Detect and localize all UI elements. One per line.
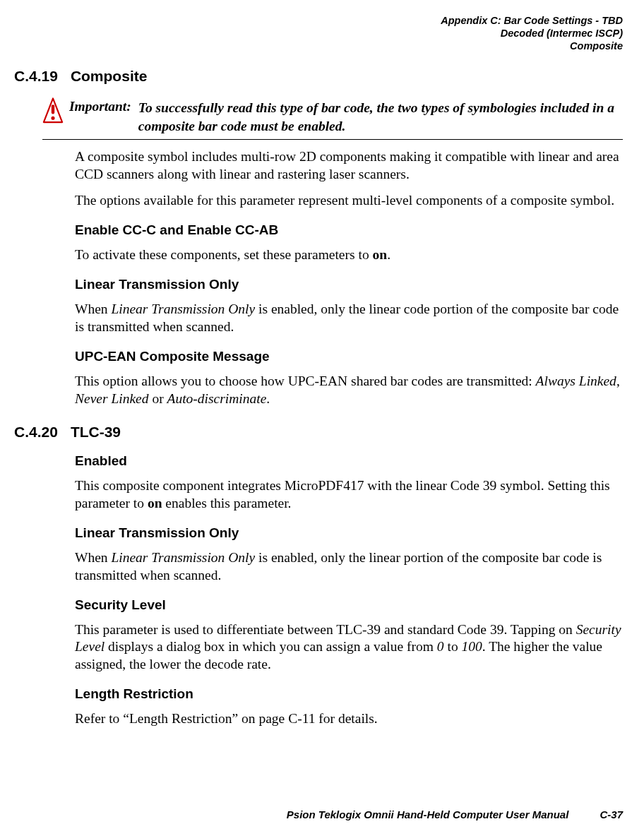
subheading-security-level: Security Level (75, 597, 623, 613)
svg-point-2 (51, 117, 54, 120)
paragraph: The options available for this parameter… (75, 192, 623, 210)
text: or (149, 391, 167, 406)
subheading-length-restriction: Length Restriction (75, 686, 623, 702)
text: , (616, 374, 620, 388)
svg-rect-1 (52, 105, 54, 114)
body-composite: A composite symbol includes multi-row 2D… (75, 148, 623, 408)
paragraph: This option allows you to choose how UPC… (75, 373, 623, 408)
header-line: Composite (14, 40, 623, 52)
text-italic: Linear Transmission Only (111, 301, 255, 316)
text: displays a dialog box in which you can a… (105, 639, 437, 654)
page-footer: Psion Teklogix Omnii Hand-Held Computer … (287, 808, 623, 820)
text: . (266, 391, 270, 406)
subheading-upc-ean: UPC-EAN Composite Message (75, 349, 623, 364)
section-title: Composite (71, 68, 148, 84)
text-italic: 0 (437, 639, 444, 654)
subheading-linear-transmission: Linear Transmission Only (75, 277, 623, 292)
text: enables this parameter. (162, 496, 291, 510)
text: This option allows you to choose how UPC… (75, 374, 536, 388)
section-heading-tlc39: C.4.20TLC-39 (14, 424, 623, 441)
text: When (75, 301, 111, 316)
callout-text: To successfully read this type of bar co… (138, 99, 623, 135)
text: . (387, 247, 390, 262)
important-callout: Important: To successfully read this typ… (42, 97, 623, 140)
header-line: Decoded (Intermec ISCP) (14, 27, 623, 40)
header-line: Appendix C: Bar Code Settings - TBD (14, 14, 623, 27)
running-header: Appendix C: Bar Code Settings - TBD Deco… (14, 14, 623, 52)
section-title: TLC-39 (71, 424, 121, 440)
text-italic: Always Linked (536, 374, 616, 388)
text-bold: on (373, 247, 388, 262)
body-tlc39: Enabled This composite component integra… (75, 453, 623, 729)
paragraph: To activate these components, set these … (75, 246, 623, 264)
paragraph: A composite symbol includes multi-row 2D… (75, 148, 623, 184)
text: This parameter is used to differentiate … (75, 622, 576, 637)
text-italic: Auto-discriminate (167, 391, 267, 406)
text: To activate these components, set these … (75, 247, 373, 262)
paragraph: This composite component integrates Micr… (75, 477, 623, 513)
warning-icon (42, 97, 68, 127)
section-number: C.4.19 (14, 68, 58, 84)
paragraph: When Linear Transmission Only is enabled… (75, 549, 623, 585)
section-heading-composite: C.4.19Composite (14, 68, 623, 85)
section-number: C.4.20 (14, 424, 58, 440)
paragraph: This parameter is used to differentiate … (75, 621, 623, 674)
text: When (75, 550, 111, 565)
subheading-enable-cc: Enable CC-C and Enable CC-AB (75, 222, 623, 238)
text-italic: 100 (462, 639, 482, 654)
footer-title: Psion Teklogix Omnii Hand-Held Computer … (287, 808, 569, 820)
paragraph: Refer to “Length Restriction” on page C-… (75, 710, 623, 728)
page-number: C-37 (600, 808, 623, 820)
callout-label: Important: (69, 99, 131, 114)
text: to (444, 639, 462, 654)
subheading-enabled: Enabled (75, 453, 623, 469)
page: Appendix C: Bar Code Settings - TBD Deco… (0, 0, 644, 836)
text-bold: on (148, 496, 162, 510)
text-italic: Linear Transmission Only (111, 550, 255, 565)
subheading-linear-transmission: Linear Transmission Only (75, 525, 623, 541)
text-italic: Never Linked (75, 391, 149, 406)
paragraph: When Linear Transmission Only is enabled… (75, 301, 623, 336)
